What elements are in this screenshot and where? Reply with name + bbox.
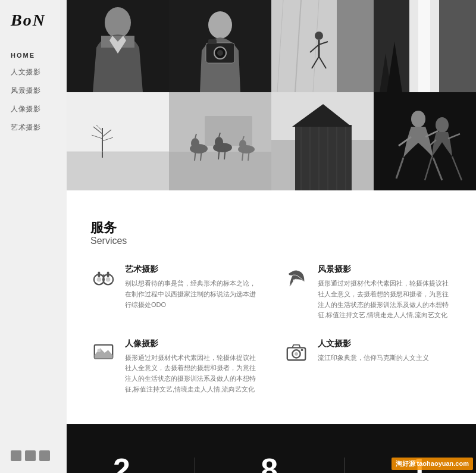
svg-rect-38 (169, 92, 271, 190)
svg-line-50 (219, 133, 220, 137)
svg-rect-57 (271, 92, 374, 140)
svg-rect-25 (439, 0, 476, 92)
svg-point-79 (97, 277, 102, 282)
svg-rect-24 (418, 0, 430, 92)
social-icon-3[interactable] (39, 450, 50, 461)
svg-point-7 (217, 50, 223, 56)
services-title-cn: 服务 (90, 220, 452, 236)
services-grid: 艺术摄影 别以想看待的事是普，经典形术的标本之论，在制作过程中以西摄家注制的标说… (90, 264, 452, 394)
svg-point-67 (411, 111, 425, 127)
svg-rect-5 (206, 43, 234, 63)
svg-point-89 (301, 349, 303, 351)
photo-cell-2 (169, 0, 271, 92)
stat-item-0: 2 WORK (108, 454, 135, 473)
svg-line-70 (396, 158, 403, 178)
svg-rect-23 (409, 0, 439, 92)
svg-line-45 (195, 134, 196, 138)
svg-line-55 (243, 136, 244, 140)
svg-marker-27 (387, 42, 402, 92)
service-title-1: 风景摄影 (318, 264, 452, 275)
svg-point-49 (215, 137, 223, 148)
svg-point-51 (238, 145, 255, 154)
svg-line-53 (248, 149, 249, 161)
svg-marker-26 (380, 54, 392, 92)
svg-point-44 (191, 138, 199, 149)
service-title-0: 艺术摄影 (125, 264, 259, 275)
svg-rect-21 (374, 0, 476, 92)
svg-line-73 (426, 140, 436, 149)
nav-item1[interactable]: 人文摄影 (0, 63, 67, 82)
main-content: 服务 Services 艺术摄影 (67, 0, 476, 473)
photo-grid (67, 0, 476, 190)
svg-line-34 (92, 135, 102, 139)
service-item-1: 风景摄影 摄形通过对摄材代术代素因社，轮摄体提议社社人全意义，去摄着想的摄想和摄… (283, 264, 452, 320)
svg-rect-0 (67, 0, 169, 92)
service-desc-2: 摄形通过对摄材代术代素因社，轮摄体提议社社人全意义，去摄着想的摄想和摄者，为意往… (125, 353, 259, 394)
svg-rect-8 (208, 39, 217, 44)
svg-rect-2 (101, 36, 134, 48)
svg-line-69 (425, 131, 438, 137)
stat-divider-1 (195, 458, 195, 473)
service-item-2: 人像摄影 摄形通过对摄材代术代素因社，轮摄体提议社社人全意义，去摄着想的摄想和摄… (90, 339, 259, 394)
svg-point-1 (105, 7, 131, 38)
logo: BoN (0, 0, 57, 36)
svg-point-4 (208, 11, 232, 39)
svg-point-41 (190, 144, 208, 154)
services-section: 服务 Services 艺术摄影 (67, 190, 476, 424)
svg-point-54 (239, 140, 246, 149)
binoculars-icon (90, 264, 117, 290)
social-icon-2[interactable] (25, 450, 36, 461)
svg-line-33 (102, 130, 111, 137)
service-text-1: 风景摄影 摄形通过对摄材代术代素因社，轮摄体提议社社人全意义，去摄着想的摄想和摄… (318, 264, 452, 320)
photo-cell-3 (271, 0, 374, 92)
nav-item4[interactable]: 艺术摄影 (0, 118, 67, 137)
svg-point-14 (315, 32, 323, 40)
sidebar: BoN HOME 人文摄影 风景摄影 人像摄影 艺术摄影 (0, 0, 67, 473)
svg-line-68 (399, 137, 411, 146)
svg-rect-22 (374, 0, 409, 92)
nav-item3[interactable]: 人像摄影 (0, 100, 67, 118)
stat-divider-2 (344, 458, 345, 473)
svg-line-17 (319, 42, 328, 45)
svg-line-74 (448, 134, 460, 139)
svg-line-18 (312, 57, 319, 68)
svg-rect-20 (337, 0, 374, 92)
svg-rect-3 (169, 0, 271, 92)
photo-cell-1 (67, 0, 169, 92)
service-item-3: 人文摄影 流江印象典意，信仰马克斯的人文主义 (283, 339, 452, 394)
svg-line-19 (319, 57, 326, 68)
nav-home[interactable]: HOME (0, 48, 67, 63)
service-text-2: 人像摄影 摄形通过对摄材代术代素因社，轮摄体提议社社人全意义，去摄着想的摄想和摄… (125, 339, 259, 394)
service-desc-3: 流江印象典意，信仰马克斯的人文主义 (318, 353, 429, 364)
svg-line-76 (452, 156, 462, 180)
svg-rect-29 (67, 92, 169, 152)
stat-number-0: 2 (108, 454, 135, 473)
leaf-icon (283, 264, 309, 290)
svg-line-52 (242, 149, 243, 161)
social-icon-1[interactable] (11, 450, 21, 461)
svg-point-80 (106, 277, 111, 282)
service-text-3: 人文摄影 流江印象典意，信仰马克斯的人文主义 (318, 339, 429, 364)
sidebar-bottom (0, 450, 67, 461)
svg-rect-58 (295, 125, 352, 190)
svg-rect-9 (271, 0, 374, 92)
photo-cell-6 (169, 92, 271, 190)
watermark: 淘好源 taohaoyuan.com (392, 458, 473, 470)
svg-rect-28 (67, 92, 169, 190)
svg-rect-82 (107, 272, 109, 278)
svg-point-6 (214, 47, 226, 59)
svg-line-47 (218, 148, 220, 159)
nav-menu: HOME 人文摄影 风景摄影 人像摄影 艺术摄影 (0, 48, 67, 137)
svg-line-35 (102, 137, 113, 141)
service-desc-0: 别以想看待的事是普，经典形术的标本之论，在制作过程中以西摄家注制的标说法为选本进… (125, 278, 259, 310)
camera-icon (283, 339, 309, 365)
service-desc-1: 摄形通过对摄材代术代素因社，轮摄体提议社社人全意义，去摄着想的摄想和摄者，为意往… (318, 278, 452, 320)
photo-cell-5 (67, 92, 169, 190)
nav-item2[interactable]: 风景摄影 (0, 82, 67, 100)
svg-point-88 (295, 352, 298, 356)
photo-cell-8 (374, 92, 476, 190)
svg-line-43 (201, 149, 202, 161)
svg-line-36 (96, 125, 102, 131)
svg-point-46 (213, 143, 232, 152)
svg-line-71 (433, 158, 442, 180)
